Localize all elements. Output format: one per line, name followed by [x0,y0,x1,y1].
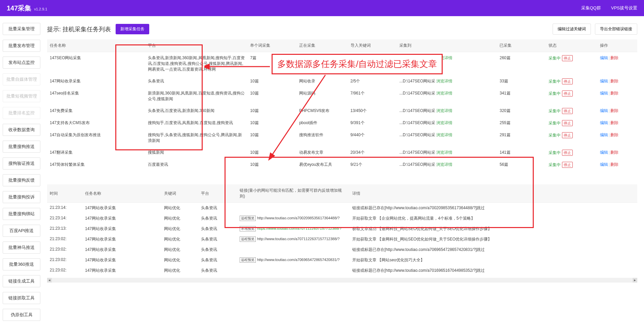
sidebar-item-7[interactable]: 批量搜狗推送 [3,141,40,153]
delete-link[interactable]: 删除 [610,79,618,83]
table-row: 147网站收录采集头条资讯10篇网站收录2/5个...D:\147SEO网站采 … [47,75,637,87]
sidebar-item-6[interactable]: 收录数据查询 [3,124,40,136]
cell-target: ...D:\147SEO网站采 浏览详情 [397,147,497,159]
stop-button[interactable]: 停止 [562,162,573,168]
browse-detail-link[interactable]: 浏览详情 [436,120,452,125]
stop-button[interactable]: 停止 [562,120,573,126]
sidebar-item-15[interactable]: 链接生成工具 [3,275,40,287]
browse-detail-link[interactable]: 浏览详情 [436,108,452,113]
delete-link[interactable]: 删除 [610,108,618,113]
delete-link[interactable]: 删除 [610,162,618,167]
sidebar-item-13[interactable]: 批量神马推送 [3,242,40,254]
add-task-button[interactable]: 新增采集任务 [116,24,149,34]
cell-target: ...D:\147SEO网站采 浏览详情 [397,87,497,105]
edit-link[interactable]: 编辑 [600,150,608,155]
cell-collected: 33篇 [497,75,546,87]
stop-button[interactable]: 停止 [562,55,573,61]
log-url[interactable]: https://www.toutiao.com/a707112263715771… [257,226,341,230]
log-url[interactable]: http://www.toutiao.com/a7002098535617364… [257,216,339,220]
sidebar-item-12[interactable]: 百度API推送 [3,225,40,237]
sidebar-item-1[interactable]: 批量发布管理 [3,40,40,52]
sidebar-item-11[interactable]: 批量搜狗绑站 [3,208,40,220]
remote-preview-tag[interactable]: 远程预览 [240,257,256,263]
edit-link[interactable]: 编辑 [600,133,608,137]
sidebar-item-9[interactable]: 批量搜狗反馈 [3,174,40,186]
horizontal-scrollbar[interactable]: ◄ ► [47,278,637,283]
logs-table: 时间 任务名称 关键词 平台 链接(量小的网站可能没有匹配，如需要可群内反馈增加… [47,184,637,276]
cell-import: 7/968个 [348,52,397,76]
sidebar-item-8[interactable]: 搜狗验证推送 [3,157,40,170]
delete-link[interactable]: 删除 [610,55,618,60]
log-row: 21:23:02:147网站收录采集网站优化头条资讯链接或标题已存在[http:… [47,245,637,255]
sidebar-item-16[interactable]: 链接抓取工具 [3,292,40,304]
log-url[interactable]: http://www.toutiao.com/a7069654728657420… [257,258,339,262]
cell-status: 采集中 停止 [546,159,597,171]
sidebar-item-17[interactable]: 伪原创工具 [3,309,40,321]
sidebar-item-10[interactable]: 批量搜狗投诉 [3,191,40,203]
edit-link[interactable]: 编辑 [600,162,608,167]
log-platform: 头条资讯 [198,224,237,234]
cell-single: 7篇 [247,52,296,76]
edit-link[interactable]: 编辑 [600,120,608,125]
log-row: 21:23:14:147网站收录采集网站优化头条资讯链接或标题已存在[http:… [47,203,637,214]
scroll-left-icon[interactable]: ◄ [47,278,52,283]
remote-preview-tag[interactable]: 远程预览 [240,216,256,221]
cell-name: 147免费采集 [47,105,145,117]
log-time: 21:23:02: [47,245,82,255]
browse-detail-link[interactable]: 浏览详情 [436,79,452,83]
main-content: 提示: 挂机采集任务列表 新增采集任务 编辑过滤关键词 导出全部错误链接 任务名… [43,16,644,334]
edit-link[interactable]: 编辑 [600,91,608,96]
stop-button[interactable]: 停止 [562,150,573,156]
delete-link[interactable]: 删除 [610,150,618,155]
cell-action: 编辑|删除 [597,159,637,171]
delete-link[interactable]: 删除 [610,133,618,137]
cell-collecting: 网站收录 [296,75,348,87]
delete-link[interactable]: 删除 [610,120,618,125]
th-log-time: 时间 [47,184,82,203]
log-platform: 头条资讯 [198,234,237,245]
remote-preview-tag[interactable]: 远程预览 [240,236,256,242]
table-row: 147SEO网站采集头条资讯,新浪新闻,360新闻,凤凰新闻,搜狗知乎,百度资讯… [47,52,637,76]
cell-single: 10篇 [247,105,296,117]
stop-button[interactable]: 停止 [562,78,573,84]
log-keyword: 网站优化 [161,224,198,234]
th-collecting: 正在采集 [296,39,348,52]
sidebar-item-14[interactable]: 批量360推送 [3,258,40,270]
browse-detail-link[interactable]: 浏览详情 [436,150,452,155]
stop-button[interactable]: 停止 [562,90,573,97]
edit-link[interactable]: 编辑 [600,108,608,113]
cell-action: 编辑|删除 [597,147,637,159]
browse-detail-link[interactable]: 浏览详情 [436,55,452,60]
status-running: 采集中 [549,133,561,138]
scroll-right-icon[interactable]: ► [633,278,637,283]
vps-dial-link[interactable]: VPS拔号设置 [611,5,637,11]
local-preview-tag[interactable]: 本地预览 [240,226,256,231]
browse-detail-link[interactable]: 浏览详情 [436,91,452,96]
log-url[interactable]: http://www.toutiao.com/a7071122637157712… [257,237,339,241]
th-target: 采集到 [397,39,497,52]
log-keyword: 网站优化 [161,265,198,276]
cell-action: 编辑|删除 [597,105,637,117]
log-time: 21:23:14: [47,203,82,214]
stop-button[interactable]: 停止 [562,108,573,114]
export-errors-button[interactable]: 导出全部错误链接 [595,24,637,35]
cell-import: 2/5个 [348,75,397,87]
sidebar-item-0[interactable]: 批量采集管理 [3,23,40,35]
cell-platform: 百度最资讯 [145,159,248,171]
cell-platform: 搜狐新闻 [145,147,248,159]
log-name: 147网站收录采集 [82,203,161,214]
section-title: 提示: 挂机采集任务列表 [47,25,111,33]
stop-button[interactable]: 停止 [562,132,573,138]
edit-filter-button[interactable]: 编辑过滤关键词 [553,24,591,35]
table-row: 147翻译采集搜狐新闻10篇动易发布文章20/34个...D:\147SEO网站… [47,147,637,159]
delete-link[interactable]: 删除 [610,91,618,96]
browse-detail-link[interactable]: 浏览详情 [436,133,452,137]
cell-platform: 头条资讯,新浪新闻,360新闻,凤凰新闻,搜狗知乎,百度资讯,百度知道,搜狗资讯… [145,52,248,76]
edit-link[interactable]: 编辑 [600,79,608,83]
browse-detail-link[interactable]: 浏览详情 [436,162,452,167]
status-running: 采集中 [549,162,561,167]
edit-link[interactable]: 编辑 [600,55,608,60]
log-row: 21:23:02:147网站收录采集网站优化头条资讯链接或标题已存在[http:… [47,265,637,276]
qq-group-link[interactable]: 采集QQ群 [581,5,601,11]
sidebar-item-2[interactable]: 发布站点监控 [3,57,40,69]
